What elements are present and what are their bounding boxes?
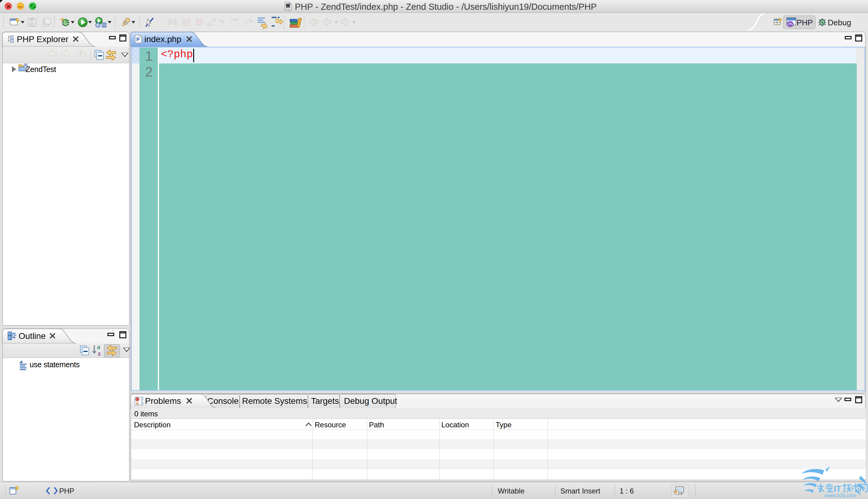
svg-text:www.52ij.com: www.52ij.com (824, 492, 856, 498)
svg-text:PHP: PHP (286, 8, 290, 10)
svg-text:IT: IT (834, 484, 842, 494)
svg-text:z: z (98, 350, 101, 357)
svg-text:a: a (97, 343, 100, 350)
svg-text:<?>: <?> (787, 23, 793, 26)
svg-text:P: P (136, 37, 140, 42)
